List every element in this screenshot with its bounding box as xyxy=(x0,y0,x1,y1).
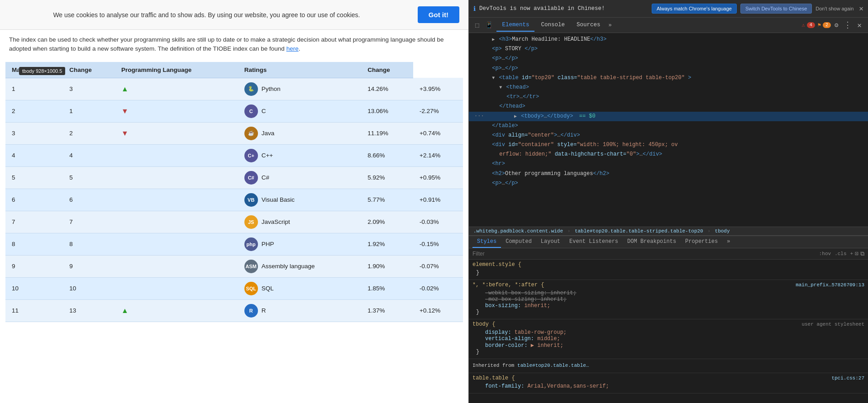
error-badge: 4 xyxy=(807,22,815,28)
lang-name-cell: C C xyxy=(244,104,355,118)
dom-line: <hr> xyxy=(469,159,868,169)
add-style-button[interactable]: + xyxy=(850,251,854,256)
settings-icon[interactable]: ⚙ xyxy=(832,19,841,31)
devtools-notif-text: DevTools is now available in Chinese! xyxy=(479,5,648,12)
left-panel: We use cookies to analyse our traffic an… xyxy=(0,0,468,403)
rank-cell: 10 xyxy=(5,277,63,299)
breadcrumb-whitebg[interactable]: .whitebg.padblock.content.wide xyxy=(473,228,563,234)
tab-console[interactable]: Console xyxy=(535,19,570,32)
lang-name: SQL xyxy=(262,285,274,292)
prev-rank-cell: 7 xyxy=(63,211,115,233)
page-description: The index can be used to check whether y… xyxy=(0,30,468,58)
change-cell: -2.27% xyxy=(413,100,463,122)
direction-cell xyxy=(115,277,238,299)
info-icon: ℹ xyxy=(473,5,476,13)
dom-line: <tr>…</tr> xyxy=(469,92,868,102)
dom-line: <p> STORY </p> xyxy=(469,44,868,54)
tpci-link[interactable]: tpci.css:27 xyxy=(831,375,864,381)
styles-origin-universal: *, *:before, *:after { main_prefix…57826… xyxy=(472,282,864,289)
table-row: 1113▲ R R 1.37%+0.12% xyxy=(5,299,463,322)
dom-line: <h2>Other programming languages</h2> xyxy=(469,169,868,179)
devtools-close-icon[interactable]: ✕ xyxy=(854,19,864,32)
table-row: 55 C# C# 5.92%+0.95% xyxy=(5,166,463,189)
table-row: 99 ASM Assembly language 1.90%-0.07% xyxy=(5,255,463,277)
prev-rank-cell: 5 xyxy=(63,166,115,189)
cls-button[interactable]: .cls xyxy=(835,251,846,256)
new-rule-icon[interactable]: ⊡ xyxy=(855,250,858,257)
universal-origin-link[interactable]: main_prefix…57826709:13 xyxy=(796,282,864,288)
dom-line: ▼ <thead> xyxy=(469,83,868,92)
table-row: 32▼ ☕ Java 11.19%+0.74% xyxy=(5,122,463,144)
styles-tab-styles[interactable]: Styles xyxy=(472,236,501,248)
direction-cell xyxy=(115,166,238,189)
devtools-panel: ℹ DevTools is now available in Chinese! … xyxy=(468,0,868,403)
prop-display: display: table-row-group; xyxy=(479,329,864,336)
switch-devtools-button[interactable]: Switch DevTools to Chinese xyxy=(740,4,812,14)
styles-tab-dom-breakpoints[interactable]: DOM Breakpoints xyxy=(623,236,681,248)
change-cell: +0.91% xyxy=(413,189,463,211)
dont-show-again-button[interactable]: Don't show again xyxy=(816,6,854,11)
lang-name-cell: C+ C++ xyxy=(244,149,355,162)
lang-logo: JS xyxy=(244,215,258,229)
lang-logo: C xyxy=(244,104,258,118)
tab-elements[interactable]: Elements xyxy=(496,19,534,32)
inherited-table-link[interactable]: table#top20.table.table… xyxy=(517,363,589,368)
styles-selector: element.style { xyxy=(472,261,521,268)
styles-tab-more[interactable]: » xyxy=(722,236,734,248)
styles-filter-input[interactable] xyxy=(472,251,816,257)
got-it-button[interactable]: Got it! xyxy=(418,6,459,23)
change-cell: +0.95% xyxy=(413,166,463,189)
col-change: Change xyxy=(63,62,115,78)
language-cell: php PHP xyxy=(238,233,361,255)
rating-cell: 5.77% xyxy=(361,189,413,211)
lang-name: C# xyxy=(262,174,269,181)
rank-cell: 8 xyxy=(5,233,63,255)
prev-rank-cell: 10 xyxy=(63,277,115,299)
rating-cell: 8.66% xyxy=(361,144,413,166)
styles-tab-computed[interactable]: Computed xyxy=(501,236,536,248)
styles-section-universal: *, *:before, *:after { main_prefix…57826… xyxy=(469,280,868,319)
lang-name-cell: SQL SQL xyxy=(244,282,355,295)
rating-cell: 14.26% xyxy=(361,78,413,100)
cursor-icon[interactable]: ⬚ xyxy=(472,19,482,31)
direction-cell xyxy=(115,211,238,233)
device-icon[interactable]: 📱 xyxy=(482,19,496,31)
dom-line-selected[interactable]: ··· ▶ <tbody>…</tbody> == $0 xyxy=(469,112,868,121)
lang-name-cell: php PHP xyxy=(244,237,355,251)
rating-cell: 1.85% xyxy=(361,277,413,299)
change-cell: -0.15% xyxy=(413,233,463,255)
dom-line: <div id="container" style="width: 100%; … xyxy=(469,140,868,150)
lang-logo: SQL xyxy=(244,282,258,295)
styles-closing-brace: } xyxy=(476,270,864,276)
table-row: 44 C+ C++ 8.66%+2.14% xyxy=(5,144,463,166)
here-link[interactable]: here xyxy=(286,45,299,52)
toggle-icon[interactable]: ⧉ xyxy=(860,251,864,257)
dom-line[interactable]: ▼ <table id="top20" class="table table-s… xyxy=(469,73,868,83)
styles-section-element-style: element.style { } xyxy=(469,260,868,280)
prev-rank-cell: 8 xyxy=(63,233,115,255)
lang-name: Python xyxy=(262,85,281,92)
lang-logo: C+ xyxy=(244,149,258,162)
direction-cell xyxy=(115,144,238,166)
more-options-icon[interactable]: ⋮ xyxy=(842,19,854,31)
tab-sources[interactable]: Sources xyxy=(571,19,606,32)
hov-button[interactable]: :hov xyxy=(819,251,831,256)
rank-cell: 2 xyxy=(5,100,63,122)
change-cell: +2.14% xyxy=(413,144,463,166)
rank-cell: 9 xyxy=(5,255,63,277)
breadcrumb-table[interactable]: table#top20.table.table-striped.table-to… xyxy=(575,228,703,234)
notif-close-icon[interactable]: ✕ xyxy=(859,4,863,13)
page-description-text: The index can be used to check whether y… xyxy=(9,35,459,54)
cookie-text: We use cookies to analyse our traffic an… xyxy=(9,11,404,19)
tab-more[interactable]: » xyxy=(606,19,613,31)
breadcrumb-tbody[interactable]: tbody xyxy=(715,228,730,234)
match-language-button[interactable]: Always match Chrome's language xyxy=(652,4,737,14)
styles-tab-properties[interactable]: Properties xyxy=(681,236,722,248)
prev-rank-cell: 9 xyxy=(63,255,115,277)
styles-tab-event-listeners[interactable]: Event Listeners xyxy=(565,236,623,248)
styles-tab-layout[interactable]: Layout xyxy=(536,236,565,248)
language-cell: SQL SQL xyxy=(238,277,361,299)
table-row: 88 php PHP 1.92%-0.15% xyxy=(5,233,463,255)
prop-border-color: border-color: ▶ inherit; xyxy=(479,342,864,349)
devtools-toolbar: ⬚ 📱 Elements Console Sources » ⚠ 4 ⚑ 2 ⚙… xyxy=(469,18,868,33)
